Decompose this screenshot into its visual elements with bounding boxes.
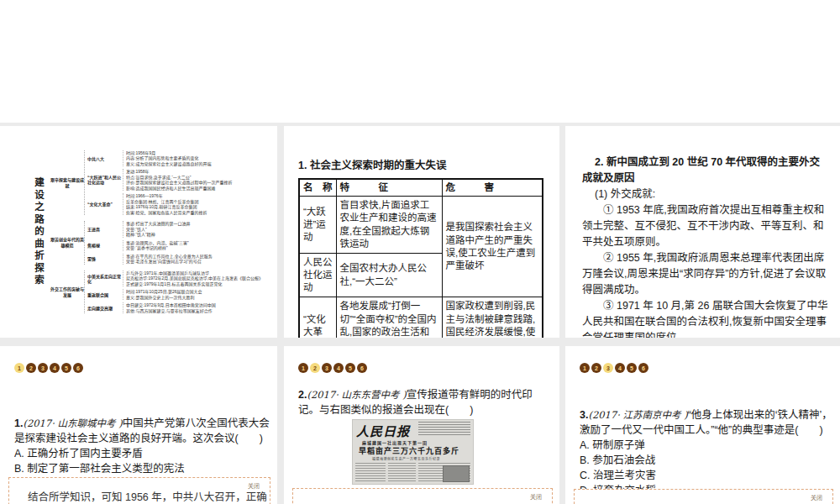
newspaper-subline: 福建海澄创花生亩产一万零五百多斤纪录 [372,456,440,461]
cell-harm-merged: 是我国探索社会主义道路中产生的严重失误,使工农业生产遭到严重破坏 [442,197,543,297]
exam-source: (2017· 山东聊城中考 ) [23,417,122,429]
answer-option[interactable]: B. 制定了第一部社会主义类型的宪法 [14,461,270,476]
mindmap-node: 走向建交高潮中日建交:1972年9月,日本首相田中角荣访问中国其他:与西方国家建… [87,302,276,313]
panel-question-2: 123456 2.(2017· 山东东营中考 )宣传报道带有鲜明的时代印记。与右… [284,346,559,504]
mindmap-detail-line: 意义:是我国外交史上的一次伟大胜利 [126,295,276,301]
table-row: “大跃进”运动 盲目求快,片面追求工农业生产和建设的高速度,在全国掀起大炼钢铁运… [299,197,543,254]
mindmap-node-label: 王进喜 [87,227,123,232]
mindmap-detail-line: 荣誉:毛泽东发出“向雷锋同志学习”的号召 [126,259,276,265]
notes-paragraph: (1) 外交成就: [582,186,829,202]
notes-title: 2. 新中国成立到 20 世纪 70 年代取得的主要外交成就及原因 [582,155,829,186]
mindmap-node-label: 中美关系走向正常化 [87,274,123,284]
question-text: 3.(2017· 江苏南京中考 )“他身上体现出来的‘铁人精神’，激励了一代又一… [580,407,832,438]
page-dot-2[interactable]: 2 [310,363,320,373]
mindmap: 建设之路的曲折探索 艰辛探索与建设成就中共八大时间:1956年9月内容:分析了国… [0,126,277,338]
panel-mindmap: 建设之路的曲折探索 艰辛探索与建设成就中共八大时间:1956年9月内容:分析了国… [0,126,277,338]
newspaper-headline: 早稻亩产三万六千九百多斤 [359,445,459,456]
mindmap-node: 焦裕禄事迹:治理风沙、内涝、盐碱“三害”荣誉:“县委书记的榜样” [87,240,276,251]
page-dot-1[interactable]: 1 [298,363,308,373]
mindmap-detail-line: 正式建交:1979年1月1日,标志着两国关系实现正常化 [126,281,276,287]
newspaper-kicker: 麻城建国一社出现天下第一田 [362,439,428,445]
page-dot-5[interactable]: 5 [61,363,71,373]
answer-popup: 关闭 [292,488,553,504]
newspaper-column-gap [416,463,418,483]
notes-paragraph: ③ 1971 年 10 月,第 26 届联合国大会恢复了中华人民共和国在联合国的… [582,298,829,338]
answer-explanation: 结合所学知识，可知 1956 年，中共八大召开，正确分析了国内的主 [28,491,270,504]
exam-source: (2017· 山东东营中考 ) [307,389,406,401]
page-dot-6[interactable]: 6 [638,363,648,373]
page-dot-3[interactable]: 3 [38,363,48,373]
page-dot-1[interactable]: 1 [580,363,590,373]
question-number: 2. [298,389,307,401]
exam-source: (2017· 江苏南京中考 ) [588,409,687,421]
col-header-harm: 危 害 [442,179,543,197]
mindmap-branch-label: 艰苦创业年代的英雄模范 [50,237,84,249]
mindmap-node: 重返联合国时间:1971年10月25日,第26届联合国大会意义:是我国外交史上的… [87,289,276,300]
mindmap-branch-label: 艰辛探索与建设成就 [50,177,84,189]
panel-question-3: 123456 3.(2017· 江苏南京中考 )“他身上体现出来的‘铁人精神’，… [565,346,840,504]
page-dot-6[interactable]: 6 [357,363,367,373]
mindmap-detail-line: 意义:成为党探索社会主义建设道路良好的开端 [126,161,276,167]
cell-feature: 全国农村大办人民公社,“一大二公” [336,253,442,297]
cell-harm: 国家政权遭到削弱,民主与法制被肆意践踏,国民经济发展缓慢,使我国社会主义事业走了… [442,297,543,338]
page-dot-4[interactable]: 4 [333,363,344,373]
cell-feature: 各地发展成“打倒一切”“全面夺权”的全国内乱,国家的政治生活和社会生活陷于极不正… [336,297,442,338]
page-dot-1[interactable]: 1 [14,363,24,373]
mindmap-title: 建设之路的曲折探索 [32,177,45,287]
newspaper-side-columns [418,422,470,437]
page-dot-5[interactable]: 5 [345,363,355,373]
page-dot-5[interactable]: 5 [627,363,637,373]
close-button[interactable]: 关闭 [811,493,822,501]
answer-popup: 关闭 结合所学知识，可知 1956 年，中共八大召开，正确分析了国内的主 [8,477,270,504]
mindmap-branch: 外交工作的突破与发展中美关系走向正常化乒乓外交:1971年,中国邀请美国乒乓球队… [50,270,276,314]
question-text: 1.(2017· 山东聊城中考 )中国共产党第八次全国代表大会是探索建设社会主义… [14,416,270,446]
mindmap-branch: 艰苦创业年代的英雄模范王进喜事迹:打出了大庆油田的第一口油井荣誉:“铁人”精神:… [50,221,276,265]
mindmap-node: “文化大革命”时间:1966—1976年反革命集团:林彪、江青两个反革命集团结束… [87,193,276,215]
cell-feature: 盲目求快,片面追求工农业生产和建设的高速度,在全国掀起大炼钢铁运动 [336,197,442,254]
mindmap-detail-line: 荣誉:“县委书记的榜样” [126,245,276,251]
mindmap-node: 雷锋事迹:在平凡的工作岗位上,全心全意为人民服务荣誉:毛泽东发出“向雷锋同志学习… [87,254,276,265]
mistakes-table: 名 称 特 征 危 害 “大跃进”运动 盲目求快,片面追求工农业生产和建设的高速… [298,178,543,338]
answer-option[interactable]: B. 参加石油会战 [580,453,832,468]
mindmap-node-label: 重返联合国 [87,292,123,297]
mindmap-detail-line: 其他:与西方国家建交,与亚非拉等国家友好合作 [126,308,276,314]
answer-option[interactable]: A. 研制原子弹 [580,438,832,453]
answer-popup: 关闭 [574,489,833,504]
question-number: 3. [580,409,588,421]
page-dot-3[interactable]: 3 [603,363,613,373]
close-button[interactable]: 关闭 [248,481,260,490]
mindmap-node: “大跃进”和人民公社化运动发动:1958年特点:盲目求快,急于求成,“一大二公”… [87,169,276,191]
table-row: “文化大革命” 各地发展成“打倒一切”“全面夺权”的全国内乱,国家的政治生活和社… [299,297,543,338]
newspaper-column-gap [386,463,388,483]
mindmap-detail-line: 影响:造成我国国民经济和人民生活出现严重困难 [126,186,276,192]
panel-question-1: 123456 1.(2017· 山东聊城中考 )中国共产党第八次全国代表大会是探… [0,346,277,504]
mindmap-detail-line: 精神:“铁人”精神 [126,232,276,238]
page-dot-4[interactable]: 4 [50,363,60,373]
newspaper-image: 人民日报 麻城建国一社出现天下第一田 早稻亩产三万六千九百多斤 福建海澄创花生亩… [352,419,474,485]
mindmap-node: 王进喜事迹:打出了大庆油田的第一口油井荣誉:“铁人”精神:“铁人”精神 [87,221,276,238]
page-dot-2[interactable]: 2 [591,363,601,373]
answer-option[interactable]: A. 正确分析了国内主要矛盾 [14,446,270,461]
mindmap-node-label: 走向建交高潮 [87,306,123,311]
mindmap-node-label: “文化大革命” [87,202,123,207]
mindmap-node-label: “大跃进”和人民公社化运动 [87,175,123,185]
page-dot-6[interactable]: 6 [73,363,83,373]
col-header-feature: 特 征 [336,179,442,197]
answer-option[interactable]: C. 治理兰考灾害 [580,468,832,483]
notes-paragraph: ② 1955 年,我国政府派周恩来总理率代表团出席万隆会议,周恩来提出“求同存异… [582,250,829,298]
mindmap-detail-line: 危害:给党、国家和各族人民带来严重的挫折 [126,210,276,216]
page-dot-4[interactable]: 4 [615,363,625,373]
close-button[interactable]: 关闭 [530,492,542,501]
table-title: 1. 社会主义探索时期的重大失误 [298,156,544,172]
page-dot-2[interactable]: 2 [26,363,36,373]
pagination: 123456 [298,363,367,373]
newspaper-masthead: 人民日报 [356,422,410,439]
pagination: 123456 [14,363,83,373]
mindmap-branch-label: 外交工作的突破与发展 [50,286,84,298]
mindmap-node-label: 雷锋 [87,256,123,261]
col-header-name: 名 称 [299,179,336,197]
mindmap-tree: 艰辛探索与建设成就中共八大时间:1956年9月内容:分析了国内形势和主要矛盾的变… [50,150,276,314]
panel-mistakes-table: 1. 社会主义探索时期的重大失误 名 称 特 征 危 害 “大跃进”运动 盲目求… [284,126,559,338]
notes-paragraph: ① 1953 年底,我国政府首次提出互相尊重主权和领土完整、互不侵犯、互不干涉内… [582,202,829,250]
page-dot-3[interactable]: 3 [322,363,332,373]
